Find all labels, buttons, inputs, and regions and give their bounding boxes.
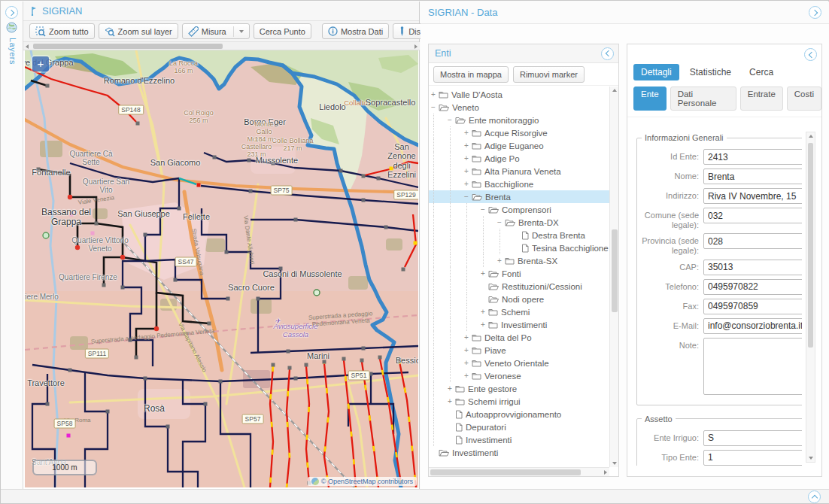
scrollbar-thumb[interactable]	[430, 469, 581, 475]
subtab-ente[interactable]: Ente	[633, 87, 667, 111]
tree-expander-plus-icon[interactable]: +	[478, 305, 487, 318]
tree-expander-plus-icon[interactable]: +	[445, 395, 454, 408]
scroll-right-arrow[interactable]	[604, 470, 607, 475]
provincia-sede-legale-input[interactable]	[703, 233, 802, 249]
tree-expander-plus-icon[interactable]: +	[462, 165, 471, 178]
tree-expander-plus-icon[interactable]: +	[462, 344, 471, 357]
tree-expander-plus-icon[interactable]: +	[462, 139, 471, 152]
tree-expander-plus-icon[interactable]: +	[462, 126, 471, 139]
telefono-input[interactable]	[703, 279, 802, 295]
scroll-down-arrow[interactable]	[612, 462, 617, 465]
tree-node-restituzioni-cessioni[interactable]: Restituzioni/Cessioni	[429, 280, 609, 293]
tree-node-ente-monitoraggio[interactable]: −Ente monitoraggio	[429, 114, 609, 126]
globe-icon[interactable]	[6, 22, 17, 33]
tree-node-schemi[interactable]: +Schemi	[429, 305, 609, 318]
map-viewport[interactable]: ve del GrappaRomano d'EzzelinoBorgo Eger…	[25, 50, 418, 487]
mostra-dati-button[interactable]: Mostra Dati	[322, 23, 389, 39]
tree-node-piave[interactable]: +Piave	[429, 344, 609, 357]
tree-node-acque-risorgive[interactable]: +Acque Risorgive	[429, 126, 609, 139]
scroll-right-arrow[interactable]	[414, 44, 418, 49]
tree-node-adige-po[interactable]: +Adige Po	[429, 152, 609, 165]
footer-collapse-button[interactable]	[808, 490, 821, 503]
fax-input[interactable]	[703, 299, 802, 314]
tree-node-tesina-bacchiglione[interactable]: Tesina Bacchiglione	[429, 241, 609, 254]
scroll-up-arrow[interactable]	[809, 135, 813, 138]
map-zoom-control[interactable]: +	[32, 56, 49, 71]
tab-statistiche[interactable]: Statistiche	[682, 64, 739, 80]
subtab-costi[interactable]: Costi	[787, 87, 821, 111]
details-collapse-button[interactable]	[804, 48, 817, 61]
tree-vertical-scrollbar[interactable]	[609, 87, 618, 467]
tree-node-brenta-sx[interactable]: +Brenta-SX	[429, 254, 609, 267]
tree-node-brenta[interactable]: −Brenta	[429, 190, 609, 203]
scrollbar-thumb[interactable]	[808, 143, 813, 348]
tree-expander-plus-icon[interactable]: +	[429, 88, 438, 101]
tree-node-alta-pianura-veneta[interactable]: +Alta Pianura Veneta	[429, 165, 609, 178]
enti-collapse-button[interactable]	[601, 47, 614, 60]
tree-expander-minus-icon[interactable]: −	[478, 203, 487, 216]
scroll-up-arrow[interactable]	[612, 89, 617, 92]
tree-node-investimenti[interactable]: +Investimenti	[429, 318, 609, 331]
tree-expander-plus-icon[interactable]: +	[478, 267, 487, 280]
tree-node-veneto-orientale[interactable]: +Veneto Orientale	[429, 357, 609, 369]
ente-irriguo-input[interactable]	[703, 430, 802, 446]
tree-node-autoapprovvigionamento[interactable]: Autoapprovvigionamento	[429, 408, 609, 421]
tree-expander-plus-icon[interactable]: +	[478, 318, 487, 331]
scrollbar-thumb[interactable]	[33, 44, 223, 49]
comune-sede-legale-input[interactable]	[703, 208, 802, 223]
tab-dettagli[interactable]: Dettagli	[633, 64, 679, 80]
subtab-dati-personale[interactable]: Dati Personale	[670, 87, 736, 111]
layers-tab[interactable]: Layers	[7, 38, 17, 65]
tree-expander-minus-icon[interactable]: −	[495, 216, 504, 229]
tree-node-valle-d-aosta[interactable]: +Valle D'Aosta	[429, 88, 609, 101]
tree-node-adige-euganeo[interactable]: +Adige Euganeo	[429, 139, 609, 152]
chevron-down-icon[interactable]	[239, 30, 244, 33]
misura-button[interactable]: Misura	[182, 23, 250, 39]
scrollbar-thumb[interactable]	[612, 229, 618, 312]
expand-rail-button[interactable]	[5, 6, 18, 19]
map-canvas[interactable]	[25, 50, 418, 487]
tree-node-veneto[interactable]: −Veneto	[429, 101, 609, 114]
tree-node-nodi-opere[interactable]: Nodi opere	[429, 293, 609, 305]
scroll-left-arrow[interactable]	[26, 44, 29, 49]
data-panel-collapse-button[interactable]	[809, 6, 821, 19]
tree-expander-plus-icon[interactable]: +	[462, 357, 471, 369]
tree-node-investimenti[interactable]: Investimenti	[429, 446, 609, 459]
subtab-entrate[interactable]: Entrate	[740, 87, 783, 111]
tree-node-bacchiglione[interactable]: +Bacchiglione	[429, 178, 609, 190]
tree-node-fonti[interactable]: +Fonti	[429, 267, 609, 280]
tree-node-delta-del-po[interactable]: +Delta del Po	[429, 331, 609, 344]
note-input[interactable]	[703, 338, 802, 395]
rimuovi-marker-button[interactable]: Rimuovi marker	[513, 66, 585, 83]
nome-input[interactable]	[703, 169, 802, 184]
mostra-in-mappa-button[interactable]: Mostra in mappa	[433, 66, 509, 83]
tree-expander-plus-icon[interactable]: +	[462, 331, 471, 344]
zoom-sul-layer-button[interactable]: Zoom sul layer	[99, 23, 178, 39]
tree-node-brenta-dx[interactable]: −Brenta-DX	[429, 216, 609, 229]
form-vertical-scrollbar[interactable]	[806, 132, 815, 463]
tree-expander-plus-icon[interactable]: +	[462, 369, 471, 382]
tipo-ente-input[interactable]	[703, 450, 802, 466]
tree-node-destra-brenta[interactable]: Destra Brenta	[429, 229, 609, 241]
e-mail-input[interactable]	[703, 318, 802, 334]
cerca-punto-button[interactable]: Cerca Punto	[254, 23, 311, 39]
indirizzo-input[interactable]	[703, 188, 802, 204]
tree-expander-plus-icon[interactable]: +	[462, 152, 471, 165]
tree-expander-minus-icon[interactable]: −	[429, 101, 438, 114]
tab-cerca[interactable]: Cerca	[742, 64, 781, 80]
zoom-tutto-button[interactable]: Zoom tutto	[29, 23, 95, 39]
tree-node-investimenti[interactable]: Investimenti	[429, 433, 609, 446]
cap-input[interactable]	[703, 260, 802, 275]
tree-expander-plus-icon[interactable]: +	[495, 254, 504, 267]
tree-node-schemi-irrigui[interactable]: +Schemi irrigui	[429, 395, 609, 408]
id-ente-input[interactable]	[703, 149, 802, 165]
tree-expander-minus-icon[interactable]: −	[445, 114, 454, 126]
tree-horizontal-scrollbar[interactable]	[429, 467, 609, 476]
scroll-down-arrow[interactable]	[809, 457, 813, 460]
tree-node-ente-gestore[interactable]: +Ente gestore	[429, 382, 609, 395]
tree-node-veronese[interactable]: +Veronese	[429, 369, 609, 382]
tree-expander-minus-icon[interactable]: −	[462, 190, 471, 203]
tree-node-depuratori[interactable]: Depuratori	[429, 421, 609, 433]
tree-node-comprensori[interactable]: −Comprensori	[429, 203, 609, 216]
tree-expander-plus-icon[interactable]: +	[462, 178, 471, 190]
